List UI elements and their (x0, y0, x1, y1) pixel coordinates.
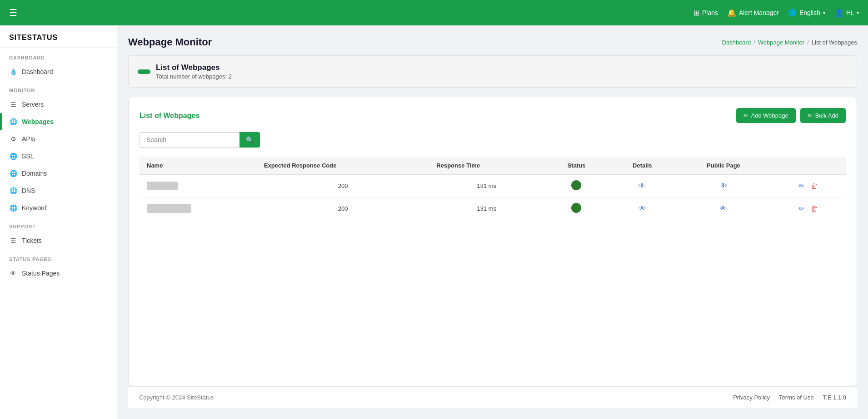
sidebar-item-servers[interactable]: ☰Servers (0, 96, 117, 113)
sidebar-item-keyword[interactable]: 🌐Keyword (0, 199, 117, 217)
delete-icon-0[interactable]: 🗑 (811, 182, 818, 190)
bell-icon: 🔔 (727, 9, 736, 17)
terms-of-use-link[interactable]: Terms of Use (779, 394, 814, 401)
servers-icon: ☰ (9, 100, 17, 108)
sidebar-item-webpages[interactable]: 🌐Webpages (0, 113, 117, 130)
sidebar-section-status-pages: STATUS PAGES (0, 249, 117, 265)
sidebar-item-label-servers: Servers (22, 101, 44, 108)
col-name: Name (140, 157, 257, 175)
sidebar-section-monitor: MONITOR (0, 80, 117, 96)
user-dropdown-arrow: ▾ (857, 10, 859, 15)
tickets-icon: ☰ (9, 237, 17, 245)
breadcrumb-current: List of Webpages (812, 39, 857, 46)
page-title: Webpage Monitor (128, 36, 212, 48)
sidebar-item-tickets[interactable]: ☰Tickets (0, 232, 117, 249)
bulk-add-button[interactable]: ✏ Bulk Add (800, 108, 846, 123)
table-row: ███.com200181 ms👁👁✏🗑 (140, 175, 846, 197)
public-eye-icon-1[interactable]: 👁 (720, 205, 727, 212)
details-eye-icon-0[interactable]: 👁 (639, 182, 646, 190)
cell-status-1 (544, 197, 609, 220)
breadcrumb-webpage-monitor[interactable]: Webpage Monitor (758, 39, 804, 46)
sidebar-item-dashboard[interactable]: 💧Dashboard (0, 63, 117, 80)
user-button[interactable]: 👤 Hi, ▾ (834, 9, 859, 17)
nav-right: ⊞ Plans 🔔 Alert Manager 🌐 English ▾ 👤 Hi… (693, 9, 859, 17)
app-wrapper: ☰ ⊞ Plans 🔔 Alert Manager 🌐 English ▾ 👤 … (0, 0, 868, 419)
cell-public-1: 👁 (676, 197, 771, 220)
webpages-icon: 🌐 (9, 118, 17, 126)
cell-details-0: 👁 (609, 175, 676, 197)
blurred-name-0: ███.com (147, 182, 178, 190)
card-header: List of Webpages ✏ Add Webpage ✏ Bulk Ad… (140, 108, 846, 123)
blurred-name-1: ███████.net (147, 204, 191, 213)
cell-name-0: ███.com (140, 175, 257, 197)
plans-label: Plans (702, 9, 718, 16)
edit-icon-0[interactable]: ✏ (798, 182, 804, 190)
hamburger-button[interactable]: ☰ (9, 7, 17, 18)
footer-copyright: Copyright © 2024 SiteStatus (139, 394, 214, 401)
public-eye-icon-0[interactable]: 👁 (720, 182, 727, 190)
sidebar-content: DASHBOARD💧DashboardMONITOR☰Servers🌐Webpa… (0, 48, 117, 282)
privacy-policy-link[interactable]: Privacy Policy (733, 394, 770, 401)
sidebar-item-label-apis: APIs (22, 135, 35, 143)
col-response-time: Response Time (429, 157, 544, 175)
nav-left: ☰ (9, 7, 17, 18)
cell-actions-0: ✏🗑 (771, 175, 846, 197)
col-public-page: Public Page (676, 157, 771, 175)
language-button[interactable]: 🌐 English ▾ (788, 9, 825, 17)
sidebar-item-label-ssl: SSL (22, 153, 34, 160)
table-header: Name Expected Response Code Response Tim… (140, 157, 846, 175)
cell-code-0: 200 (257, 175, 429, 197)
plans-icon: ⊞ (693, 9, 699, 17)
search-input[interactable] (140, 132, 239, 148)
plans-button[interactable]: ⊞ Plans (693, 9, 718, 17)
delete-icon-1[interactable]: 🗑 (811, 205, 818, 213)
dns-icon: 🌐 (9, 187, 17, 195)
user-label: Hi, (846, 9, 854, 16)
cell-time-0: 181 ms (429, 175, 544, 197)
globe-icon: 🌐 (788, 9, 797, 17)
details-eye-icon-1[interactable]: 👁 (639, 205, 646, 212)
alert-manager-button[interactable]: 🔔 Alert Manager (727, 9, 779, 17)
sidebar-item-ssl[interactable]: 🌐SSL (0, 148, 117, 165)
sidebar-item-label-keyword: Keyword (22, 204, 46, 212)
edit-icon-1[interactable]: ✏ (798, 204, 804, 213)
main-layout: SITESTATUS DASHBOARD💧DashboardMONITOR☰Se… (0, 25, 868, 419)
keyword-icon: 🌐 (9, 204, 17, 212)
summary-title: List of Webpages (156, 63, 232, 72)
add-webpage-button[interactable]: ✏ Add Webpage (736, 108, 796, 123)
sidebar-item-dns[interactable]: 🌐DNS (0, 182, 117, 199)
sidebar-brand: SITESTATUS (0, 25, 117, 48)
cell-status-0 (544, 175, 609, 197)
breadcrumb-bar: Webpage Monitor Dashboard / Webpage Moni… (128, 36, 857, 48)
table-row: ███████.net200131 ms👁👁✏🗑 (140, 197, 846, 220)
col-status: Status (544, 157, 609, 175)
cell-time-1: 131 ms (429, 197, 544, 220)
sidebar-item-apis[interactable]: ⚙APIs (0, 130, 117, 148)
sidebar-section-support: SUPPORT (0, 217, 117, 232)
search-button[interactable]: 🔍 (239, 132, 260, 148)
summary-subtitle: Total number of webpages: 2 (156, 73, 232, 80)
table-header-row: Name Expected Response Code Response Tim… (140, 157, 846, 175)
webpages-card: List of Webpages ✏ Add Webpage ✏ Bulk Ad… (128, 97, 857, 386)
add-webpage-label: Add Webpage (751, 112, 788, 119)
status-dot-1 (571, 203, 581, 213)
summary-box: List of Webpages Total number of webpage… (128, 55, 857, 88)
footer-version: T.E 1.1.0 (823, 394, 846, 401)
table-body: ███.com200181 ms👁👁✏🗑███████.net200131 ms… (140, 175, 846, 220)
footer-links: Privacy Policy Terms of Use T.E 1.1.0 (733, 394, 846, 401)
domains-icon: 🌐 (9, 169, 17, 177)
actions-wrapper-1: ✏🗑 (778, 204, 838, 213)
dashboard-icon: 💧 (9, 68, 17, 76)
col-details: Details (609, 157, 676, 175)
status-dot-0 (571, 180, 581, 190)
sidebar-section-dashboard: DASHBOARD (0, 48, 117, 63)
breadcrumb-sep-2: / (807, 39, 809, 46)
hamburger-icon: ☰ (9, 7, 17, 18)
cell-details-1: 👁 (609, 197, 676, 220)
sidebar-item-label-webpages: Webpages (22, 118, 54, 125)
status-pages-icon: 👁 (9, 269, 17, 277)
sidebar-item-status-pages[interactable]: 👁Status Pages (0, 265, 117, 282)
apis-icon: ⚙ (9, 135, 17, 143)
sidebar-item-domains[interactable]: 🌐Domains (0, 165, 117, 182)
breadcrumb-dashboard[interactable]: Dashboard (722, 39, 751, 46)
